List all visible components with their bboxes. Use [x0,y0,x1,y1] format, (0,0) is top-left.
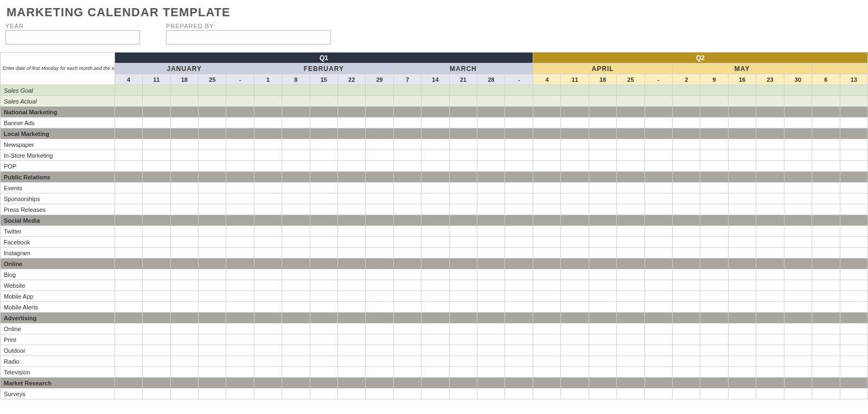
calendar-cell[interactable] [728,367,756,378]
calendar-cell[interactable] [505,356,533,367]
calendar-cell[interactable] [673,248,700,258]
calendar-cell[interactable] [366,302,393,313]
calendar-cell[interactable] [673,269,700,280]
calendar-cell[interactable] [198,389,226,399]
calendar-cell[interactable] [254,85,282,96]
calendar-cell[interactable] [170,334,198,345]
calendar-cell[interactable] [589,150,616,161]
calendar-cell[interactable] [561,226,589,237]
calendar-cell[interactable] [784,334,812,345]
calendar-cell[interactable] [114,269,142,280]
calendar-cell[interactable] [505,269,533,280]
calendar-cell[interactable] [756,183,784,193]
calendar-cell[interactable] [338,334,366,345]
calendar-cell[interactable] [310,204,337,215]
calendar-cell[interactable] [812,334,840,345]
calendar-cell[interactable] [226,161,254,172]
calendar-cell[interactable] [170,204,198,215]
calendar-cell[interactable] [310,139,337,150]
calendar-cell[interactable] [226,345,254,356]
calendar-cell[interactable] [366,248,393,258]
calendar-cell[interactable] [338,139,366,150]
calendar-cell[interactable] [310,269,337,280]
calendar-cell[interactable] [589,85,616,96]
calendar-cell[interactable] [198,334,226,345]
calendar-cell[interactable] [505,193,533,204]
calendar-cell[interactable] [533,248,561,258]
calendar-cell[interactable] [728,193,756,204]
calendar-cell[interactable] [393,367,421,378]
calendar-cell[interactable] [338,248,366,258]
calendar-cell[interactable] [114,161,142,172]
calendar-cell[interactable] [198,237,226,248]
calendar-cell[interactable] [784,96,812,107]
calendar-cell[interactable] [477,193,505,204]
calendar-cell[interactable] [449,324,477,334]
calendar-cell[interactable] [617,389,644,399]
calendar-cell[interactable] [589,161,616,172]
calendar-cell[interactable] [784,291,812,302]
calendar-cell[interactable] [644,248,672,258]
calendar-cell[interactable] [226,324,254,334]
calendar-cell[interactable] [422,96,449,107]
calendar-cell[interactable] [143,183,170,193]
calendar-cell[interactable] [812,150,840,161]
calendar-cell[interactable] [393,96,421,107]
calendar-cell[interactable] [449,291,477,302]
calendar-cell[interactable] [561,248,589,258]
calendar-cell[interactable] [644,150,672,161]
calendar-cell[interactable] [784,280,812,291]
calendar-cell[interactable] [226,302,254,313]
calendar-cell[interactable] [310,118,337,128]
calendar-cell[interactable] [366,193,393,204]
calendar-cell[interactable] [170,389,198,399]
calendar-cell[interactable] [254,161,282,172]
calendar-cell[interactable] [143,85,170,96]
calendar-cell[interactable] [449,237,477,248]
calendar-cell[interactable] [143,356,170,367]
calendar-cell[interactable] [477,269,505,280]
calendar-cell[interactable] [561,237,589,248]
calendar-cell[interactable] [673,183,700,193]
calendar-cell[interactable] [840,85,868,96]
calendar-cell[interactable] [728,183,756,193]
calendar-cell[interactable] [617,324,644,334]
calendar-cell[interactable] [561,345,589,356]
calendar-cell[interactable] [338,269,366,280]
calendar-cell[interactable] [561,302,589,313]
calendar-cell[interactable] [589,237,616,248]
calendar-cell[interactable] [756,85,784,96]
calendar-cell[interactable] [644,96,672,107]
calendar-cell[interactable] [784,150,812,161]
calendar-cell[interactable] [505,161,533,172]
calendar-cell[interactable] [254,367,282,378]
calendar-cell[interactable] [812,356,840,367]
calendar-cell[interactable] [561,96,589,107]
calendar-cell[interactable] [198,248,226,258]
calendar-cell[interactable] [393,193,421,204]
calendar-cell[interactable] [477,324,505,334]
calendar-cell[interactable] [840,237,868,248]
calendar-cell[interactable] [756,291,784,302]
calendar-cell[interactable] [226,356,254,367]
calendar-cell[interactable] [226,204,254,215]
calendar-cell[interactable] [533,280,561,291]
calendar-cell[interactable] [282,302,310,313]
calendar-cell[interactable] [840,96,868,107]
calendar-cell[interactable] [644,183,672,193]
calendar-cell[interactable] [561,204,589,215]
calendar-cell[interactable] [617,183,644,193]
calendar-cell[interactable] [198,85,226,96]
calendar-cell[interactable] [282,193,310,204]
calendar-cell[interactable] [812,161,840,172]
calendar-cell[interactable] [644,345,672,356]
calendar-cell[interactable] [840,280,868,291]
calendar-cell[interactable] [644,139,672,150]
calendar-cell[interactable] [282,139,310,150]
calendar-cell[interactable] [282,118,310,128]
calendar-cell[interactable] [393,291,421,302]
calendar-cell[interactable] [673,356,700,367]
calendar-cell[interactable] [840,118,868,128]
calendar-cell[interactable] [644,356,672,367]
calendar-cell[interactable] [533,334,561,345]
